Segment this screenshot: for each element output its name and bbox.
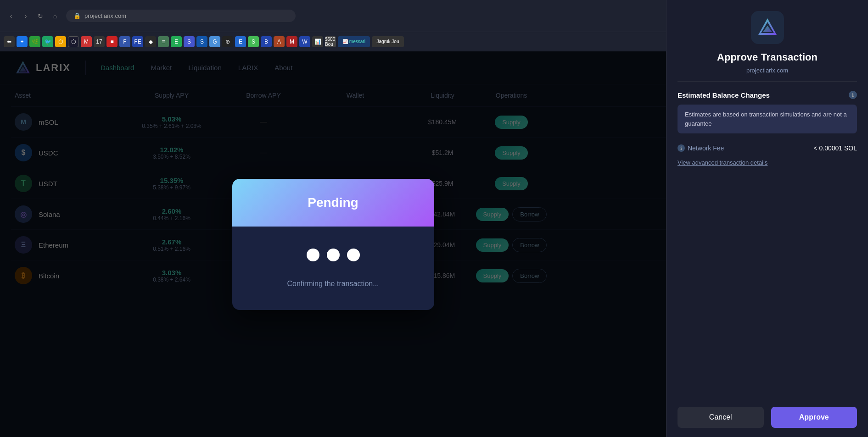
ext-icon-24[interactable]: W bbox=[299, 36, 310, 47]
url-text: projectlarix.com bbox=[84, 12, 126, 19]
info-icon[interactable]: ℹ bbox=[849, 91, 857, 99]
ext-icon-3[interactable]: 🌿 bbox=[29, 36, 40, 47]
ext-icon-15[interactable]: S bbox=[184, 36, 195, 47]
tooltip-box: Estimates are based on transaction simul… bbox=[678, 105, 857, 133]
ext-icon-22[interactable]: A bbox=[274, 36, 285, 47]
ext-icon-23[interactable]: M bbox=[286, 36, 297, 47]
ext-icon-7[interactable]: M bbox=[81, 36, 92, 47]
ext-icon-28[interactable]: Jagruk Jou bbox=[372, 36, 404, 47]
network-fee-row: ℹ Network Fee < 0.00001 SOL bbox=[678, 141, 857, 155]
dot-2 bbox=[327, 249, 340, 261]
tooltip-text: Estimates are based on transaction simul… bbox=[685, 111, 847, 127]
approve-button[interactable]: Approve bbox=[771, 407, 857, 428]
ext-icon-6[interactable]: ⬡ bbox=[68, 36, 79, 47]
ext-icon-1[interactable]: ⬅ bbox=[4, 36, 15, 47]
advanced-link[interactable]: View advanced transaction details bbox=[678, 155, 857, 166]
browser-nav: ‹ › ↻ ⌂ bbox=[6, 11, 61, 22]
ext-icon-5[interactable]: ⬡ bbox=[55, 36, 66, 47]
address-bar[interactable]: 🔒 projectlarix.com bbox=[66, 10, 296, 22]
ext-icon-11[interactable]: FE bbox=[132, 36, 143, 47]
ext-icon-4[interactable]: 🐦 bbox=[42, 36, 53, 47]
ext-icon-20[interactable]: S bbox=[248, 36, 259, 47]
wallet-avatar bbox=[751, 11, 784, 44]
modal-title: Pending bbox=[249, 195, 418, 210]
dot-3 bbox=[347, 249, 360, 261]
forward-btn[interactable]: › bbox=[20, 11, 31, 22]
dot-1 bbox=[307, 249, 319, 261]
wallet-panel: Approve Transaction projectlarix.com Est… bbox=[666, 0, 868, 437]
ext-icon-14[interactable]: E bbox=[171, 36, 182, 47]
wallet-panel-title: Approve Transaction bbox=[717, 51, 818, 63]
ext-icon-25[interactable]: 📊 bbox=[312, 36, 323, 47]
estimated-balance-title: Estimated Balance Changes bbox=[678, 91, 770, 99]
loading-dots bbox=[249, 249, 418, 261]
ext-icon-2[interactable]: + bbox=[17, 36, 28, 47]
ext-icon-17[interactable]: G bbox=[209, 36, 220, 47]
network-fee-label: ℹ Network Fee bbox=[678, 144, 724, 152]
wallet-avatar-icon bbox=[756, 17, 778, 39]
modal-header: Pending bbox=[232, 179, 434, 227]
pending-modal: Pending Confirming the transaction... bbox=[232, 179, 434, 310]
network-fee-value: < 0.00001 SOL bbox=[813, 144, 857, 152]
ext-icon-19[interactable]: E bbox=[235, 36, 246, 47]
home-btn[interactable]: ⌂ bbox=[50, 11, 61, 22]
ext-icon-9[interactable]: ■ bbox=[106, 36, 118, 47]
panel-actions: Cancel Approve bbox=[666, 398, 868, 437]
modal-body: Confirming the transaction... bbox=[232, 227, 434, 310]
ext-icon-18[interactable]: ⊕ bbox=[222, 36, 233, 47]
wallet-panel-header: Approve Transaction projectlarix.com bbox=[666, 0, 868, 81]
estimated-balance-section: Estimated Balance Changes ℹ Estimates ar… bbox=[666, 82, 868, 176]
ext-icon-26[interactable]: $500 Bou bbox=[325, 36, 336, 47]
ext-icon-21[interactable]: B bbox=[261, 36, 272, 47]
back-btn[interactable]: ‹ bbox=[6, 11, 17, 22]
ext-icon-16[interactable]: S bbox=[196, 36, 207, 47]
lock-icon: 🔒 bbox=[73, 12, 81, 19]
ext-icon-13[interactable]: ≡ bbox=[158, 36, 169, 47]
cancel-button[interactable]: Cancel bbox=[678, 407, 764, 428]
modal-status: Confirming the transaction... bbox=[249, 280, 418, 288]
fee-info-icon: ℹ bbox=[678, 144, 685, 152]
ext-icon-12[interactable]: ◆ bbox=[145, 36, 156, 47]
ext-icon-8[interactable]: 17 bbox=[94, 36, 105, 47]
ext-icon-27[interactable]: 📈 messari bbox=[338, 36, 370, 47]
section-title-row: Estimated Balance Changes ℹ bbox=[678, 91, 857, 99]
modal-overlay: Pending Confirming the transaction... bbox=[0, 51, 666, 437]
wallet-panel-domain: projectlarix.com bbox=[746, 67, 788, 74]
reload-btn[interactable]: ↻ bbox=[35, 11, 46, 22]
ext-icon-10[interactable]: F bbox=[119, 36, 130, 47]
